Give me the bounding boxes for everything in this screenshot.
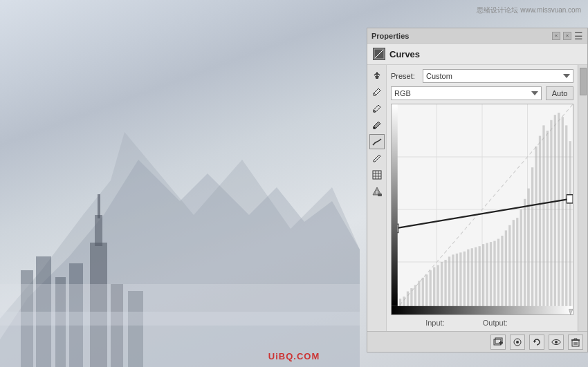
svg-rect-53 bbox=[448, 256, 450, 314]
auto-button[interactable]: Auto bbox=[546, 86, 573, 100]
eyedropper-white-button[interactable] bbox=[369, 84, 385, 100]
svg-point-97 bbox=[516, 341, 519, 344]
svg-rect-81 bbox=[554, 115, 556, 314]
panel-body: ! Preset: Custom RGB Red Green Blue bbox=[367, 65, 587, 331]
svg-rect-54 bbox=[452, 254, 454, 314]
collapse-button[interactable]: « bbox=[552, 32, 560, 40]
svg-rect-73 bbox=[524, 199, 526, 314]
svg-rect-65 bbox=[493, 241, 495, 314]
warning-icon-button[interactable]: ! bbox=[369, 184, 385, 199]
io-row: Input: Output: bbox=[391, 319, 573, 327]
svg-rect-68 bbox=[505, 230, 507, 314]
svg-rect-90 bbox=[392, 104, 398, 306]
panel-title: Properties bbox=[371, 32, 409, 40]
bottom-toolbar bbox=[367, 331, 587, 352]
svg-rect-57 bbox=[463, 252, 466, 314]
preset-select[interactable]: Custom bbox=[423, 69, 573, 83]
svg-rect-72 bbox=[520, 209, 522, 314]
svg-rect-30 bbox=[378, 194, 382, 196]
svg-rect-82 bbox=[558, 113, 560, 314]
panel-controls: « × ☰ bbox=[552, 30, 583, 41]
svg-rect-55 bbox=[456, 254, 458, 314]
scrollbar[interactable] bbox=[578, 65, 587, 331]
input-label: Input: bbox=[425, 319, 445, 327]
adjust-tool-button[interactable] bbox=[369, 167, 385, 182]
svg-point-19 bbox=[373, 111, 375, 113]
svg-rect-70 bbox=[513, 220, 515, 314]
panel-menu-button[interactable]: ☰ bbox=[574, 30, 583, 41]
close-button[interactable]: × bbox=[563, 32, 571, 40]
svg-rect-7 bbox=[95, 215, 102, 246]
svg-rect-61 bbox=[479, 246, 481, 314]
svg-point-21 bbox=[373, 127, 375, 129]
visibility-button[interactable] bbox=[510, 335, 525, 350]
svg-rect-84 bbox=[565, 125, 567, 314]
svg-rect-66 bbox=[497, 239, 499, 314]
svg-line-18 bbox=[378, 105, 380, 107]
reset-button[interactable] bbox=[529, 335, 544, 350]
svg-rect-83 bbox=[562, 117, 564, 314]
svg-rect-75 bbox=[531, 167, 533, 314]
svg-rect-64 bbox=[490, 242, 492, 314]
svg-rect-60 bbox=[475, 247, 477, 314]
preset-row: Preset: Custom bbox=[391, 69, 573, 83]
preset-label: Preset: bbox=[391, 72, 419, 80]
curves-icon bbox=[373, 48, 385, 60]
preview-button[interactable] bbox=[549, 335, 564, 350]
svg-point-100 bbox=[555, 341, 558, 344]
output-label: Output: bbox=[483, 319, 508, 327]
left-toolbar: ! bbox=[367, 65, 387, 331]
panel-titlebar: Properties « × ☰ bbox=[367, 28, 587, 44]
svg-point-17 bbox=[373, 94, 375, 96]
svg-rect-69 bbox=[508, 225, 511, 314]
eyedropper-black-button[interactable] bbox=[369, 117, 385, 133]
smooth-curve-button[interactable] bbox=[369, 134, 385, 149]
svg-rect-63 bbox=[486, 243, 488, 314]
eyedropper-gray-button[interactable] bbox=[369, 101, 385, 116]
svg-line-22 bbox=[379, 155, 380, 156]
scrollbar-thumb[interactable] bbox=[580, 68, 587, 95]
curves-svg bbox=[392, 104, 573, 314]
svg-rect-89 bbox=[392, 306, 573, 314]
svg-rect-67 bbox=[501, 236, 503, 314]
svg-text:!: ! bbox=[376, 190, 377, 195]
svg-rect-77 bbox=[539, 136, 541, 314]
svg-rect-79 bbox=[546, 131, 549, 314]
new-layer-button[interactable] bbox=[490, 335, 506, 350]
svg-rect-59 bbox=[471, 248, 473, 314]
svg-rect-78 bbox=[542, 125, 544, 314]
svg-rect-80 bbox=[550, 120, 552, 314]
watermark-top: 思绪设计论坛 www.missvuan.com bbox=[477, 6, 581, 15]
svg-rect-23 bbox=[373, 171, 381, 179]
channel-select[interactable]: RGB Red Green Blue bbox=[391, 86, 542, 100]
svg-rect-76 bbox=[535, 147, 537, 314]
svg-rect-88 bbox=[567, 195, 573, 203]
svg-rect-8 bbox=[98, 194, 100, 218]
hand-tool-button[interactable] bbox=[369, 68, 385, 83]
watermark-bottom: UiBQ.COM bbox=[268, 351, 320, 361]
city-skyline bbox=[0, 77, 360, 367]
panel-main: Preset: Custom RGB Red Green Blue Auto bbox=[387, 65, 578, 331]
svg-rect-85 bbox=[569, 141, 571, 314]
svg-rect-71 bbox=[516, 218, 518, 314]
pencil-tool-button[interactable] bbox=[369, 151, 385, 166]
svg-line-16 bbox=[378, 88, 380, 91]
curves-graph[interactable] bbox=[391, 104, 573, 315]
properties-panel: Properties « × ☰ Curves bbox=[367, 28, 588, 352]
svg-rect-56 bbox=[459, 252, 461, 314]
delete-button[interactable] bbox=[568, 335, 583, 350]
svg-rect-58 bbox=[467, 250, 469, 314]
svg-rect-74 bbox=[528, 189, 530, 314]
panel-header-title: Curves bbox=[389, 49, 420, 59]
panel-header: Curves bbox=[367, 44, 587, 65]
svg-rect-62 bbox=[482, 244, 484, 314]
channel-row: RGB Red Green Blue Auto bbox=[391, 86, 573, 100]
